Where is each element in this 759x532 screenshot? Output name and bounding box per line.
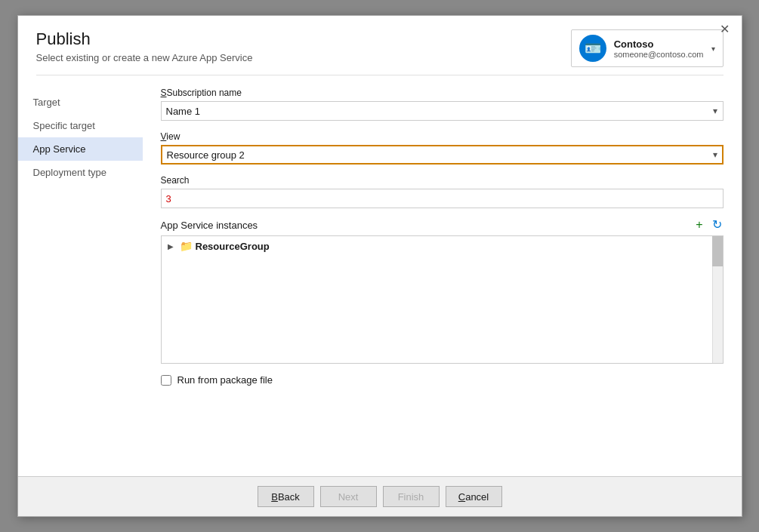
instances-group: App Service instances + ↻ ▶ 📁 ResourceGr… bbox=[161, 219, 724, 364]
title-left: Publish Select existing or create a new … bbox=[36, 29, 253, 63]
folder-icon: 📁 bbox=[180, 240, 193, 252]
run-from-package-label: Run from package file bbox=[177, 374, 273, 386]
instances-header: App Service instances + ↻ bbox=[161, 219, 724, 231]
account-email: someone@contoso.com bbox=[614, 50, 704, 59]
scrollbar-track bbox=[712, 236, 723, 363]
account-info: Contoso someone@contoso.com bbox=[614, 38, 704, 59]
sidebar-item-target[interactable]: Target bbox=[18, 91, 143, 114]
finish-button[interactable]: Finish bbox=[383, 486, 440, 507]
next-button[interactable]: Next bbox=[320, 486, 377, 507]
main-content: Target Specific target App Service Deplo… bbox=[18, 75, 742, 476]
refresh-button[interactable]: ↻ bbox=[711, 219, 724, 231]
subscription-select[interactable]: Name 1 bbox=[161, 101, 724, 121]
title-bar: Publish Select existing or create a new … bbox=[18, 16, 742, 75]
sidebar-item-deployment-type[interactable]: Deployment type bbox=[18, 161, 143, 184]
view-label: View bbox=[161, 131, 724, 142]
search-label: Search bbox=[161, 175, 724, 186]
form-area: SSubscription name Name 1 View Resource … bbox=[143, 75, 742, 476]
avatar-icon: 🪪 bbox=[585, 40, 601, 57]
instances-label: App Service instances bbox=[161, 220, 258, 231]
tree-item-label: ResourceGroup bbox=[196, 241, 270, 252]
dialog-title: Publish bbox=[36, 29, 253, 49]
view-group: View Resource group 2 bbox=[161, 131, 724, 165]
instances-actions: + ↻ bbox=[694, 219, 723, 231]
account-name: Contoso bbox=[614, 38, 704, 50]
account-selector[interactable]: 🪪 Contoso someone@contoso.com ▾ bbox=[571, 29, 724, 67]
back-button[interactable]: BBack bbox=[258, 486, 314, 507]
subscription-label: SSubscription name bbox=[161, 88, 724, 98]
sidebar-item-app-service[interactable]: App Service bbox=[18, 137, 143, 161]
subscription-select-wrapper: Name 1 bbox=[161, 101, 724, 121]
sidebar: Target Specific target App Service Deplo… bbox=[18, 75, 143, 476]
close-button[interactable]: ✕ bbox=[715, 22, 734, 37]
view-select-wrapper: Resource group 2 bbox=[161, 145, 724, 165]
publish-dialog: ✕ Publish Select existing or create a ne… bbox=[17, 15, 742, 517]
avatar: 🪪 bbox=[579, 35, 606, 62]
checkbox-row: Run from package file bbox=[161, 374, 724, 386]
view-select[interactable]: Resource group 2 bbox=[161, 145, 724, 165]
subscription-group: SSubscription name Name 1 bbox=[161, 88, 724, 121]
instances-tree[interactable]: ▶ 📁 ResourceGroup bbox=[161, 235, 724, 364]
dialog-subtitle: Select existing or create a new Azure Ap… bbox=[36, 52, 253, 63]
chevron-down-icon: ▾ bbox=[711, 45, 715, 53]
expand-arrow-icon: ▶ bbox=[168, 242, 177, 251]
sidebar-item-specific-target[interactable]: Specific target bbox=[18, 114, 143, 137]
run-from-package-checkbox[interactable] bbox=[161, 375, 171, 386]
tree-row-resourcegroup[interactable]: ▶ 📁 ResourceGroup bbox=[162, 236, 723, 256]
search-input[interactable] bbox=[161, 189, 724, 208]
add-instance-button[interactable]: + bbox=[694, 219, 704, 231]
scrollbar-thumb[interactable] bbox=[712, 236, 723, 266]
footer-bar: BBack Next Finish Cancel bbox=[18, 476, 742, 516]
search-group: Search bbox=[161, 175, 724, 208]
cancel-button[interactable]: Cancel bbox=[446, 486, 502, 507]
